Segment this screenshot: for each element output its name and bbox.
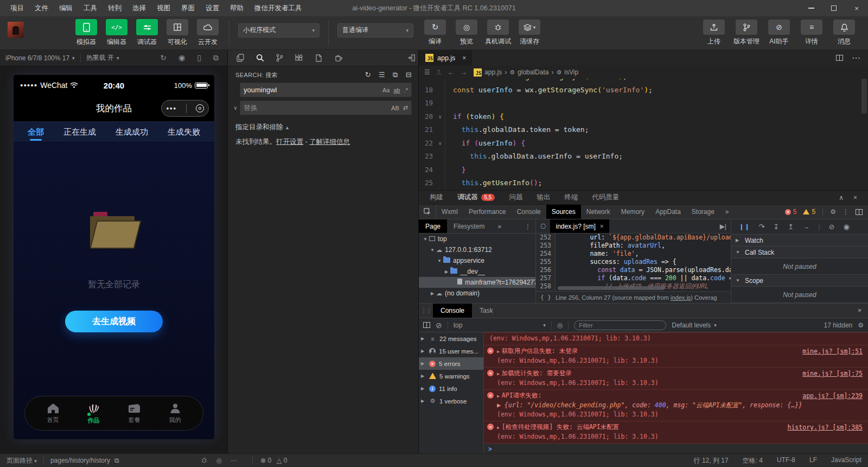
devtools-tab-appdata[interactable]: AppData (650, 205, 686, 219)
collapse-panel-icon[interactable] (407, 54, 415, 61)
snippet-icon[interactable] (309, 51, 328, 66)
devtools-tab-sources[interactable]: Sources (546, 205, 581, 219)
panel-tab-输出[interactable]: 输出 (537, 193, 550, 202)
menu-item[interactable]: 文件 (30, 2, 53, 15)
search-details-toggle[interactable]: 指定目录和排除 ▲ (228, 118, 418, 132)
preserve-case-icon[interactable]: AB (391, 105, 399, 111)
devtools-tab-console[interactable]: Console (512, 205, 546, 219)
hot-reload-toggle[interactable]: 热重载 开▾ (81, 53, 125, 62)
language-mode[interactable]: JavaScript (831, 456, 861, 465)
tree-item[interactable]: mainframe?t=17629427780 (419, 277, 535, 288)
extensions-icon[interactable] (290, 51, 308, 66)
clear-results-icon[interactable]: ☰ (379, 71, 385, 79)
console-tab-console[interactable]: Console (433, 304, 472, 318)
panel-tab-构建[interactable]: 构建 (430, 193, 443, 202)
tree-overflow-icon[interactable]: » (491, 219, 508, 233)
close-button[interactable]: × (845, 0, 868, 16)
nav-back-icon[interactable]: ← (448, 68, 454, 76)
devtools-tab-performance[interactable]: Performance (463, 205, 512, 219)
action-button-预览[interactable]: ◎预览 (452, 20, 481, 46)
statusbar-bug-icon[interactable] (201, 457, 208, 464)
devtools-menu-icon[interactable]: ⋮ (843, 208, 849, 216)
menu-item[interactable]: 编辑 (54, 2, 78, 15)
more-dots-icon[interactable]: ●●● (167, 106, 177, 111)
console-filter-15-user-mes...[interactable]: ▶15 user mes... (419, 345, 483, 357)
log-levels-select[interactable]: Default levels▾ (672, 321, 717, 329)
filter-tab-生成失败[interactable]: 生成失败 (167, 123, 201, 141)
pause-on-exceptions-icon[interactable]: ◉ (843, 223, 849, 231)
tree-item[interactable]: ▼appservice (419, 255, 535, 266)
eye-icon[interactable]: ◎ (557, 321, 563, 329)
filter-tab-全部[interactable]: 全部 (27, 123, 45, 141)
search-icon[interactable] (251, 51, 269, 66)
editor-scrollbar[interactable] (861, 79, 867, 113)
action-button-AI助手[interactable]: ⊘AI助手 (765, 20, 793, 46)
tree-item[interactable]: ▼top (419, 234, 535, 244)
files-icon[interactable] (231, 51, 250, 66)
editor-more-icon[interactable]: ⋯ (852, 53, 860, 63)
page-path-select[interactable]: 页面路径 ▾ (7, 456, 37, 465)
filter-tab-生成成功[interactable]: 生成成功 (114, 123, 149, 141)
tabbar-item-首页[interactable]: 首页 (40, 402, 66, 424)
console-filter-5-warnings[interactable]: ▶5 warnings (419, 370, 483, 382)
panel-close-icon[interactable]: × (853, 194, 857, 201)
tabs-overflow-icon[interactable]: » (720, 205, 735, 219)
console-filter-1-verbose[interactable]: ▶⚙1 verbose (419, 395, 483, 407)
source-location-link[interactable]: mine.js? [sm]:75 (802, 369, 863, 378)
tabbar-item-作品[interactable]: 作品 (81, 402, 107, 425)
eol[interactable]: LF (809, 456, 817, 465)
menu-item[interactable]: 微信开发者工具 (250, 2, 307, 15)
action-button-上传[interactable]: 上传 (700, 20, 728, 46)
step-icon[interactable]: → (802, 223, 809, 231)
clear-console-icon[interactable]: ⊘ (436, 321, 442, 330)
replace-input[interactable] (244, 104, 391, 112)
console-message[interactable]: ✕▶获取用户信息失败: 未登录mine.js? [sm]:51(env: Win… (484, 345, 868, 368)
menu-item[interactable]: 转到 (103, 2, 126, 15)
pretty-print-icon[interactable]: ▶| (720, 223, 731, 230)
statusbar-eye-icon[interactable]: ◎ (216, 457, 222, 464)
stop-icon[interactable]: ◉ (178, 53, 185, 62)
encoding[interactable]: UTF-8 (777, 456, 795, 465)
panel-tab-代码质量[interactable]: 代码质量 (592, 193, 619, 202)
panel-tab-终端[interactable]: 终端 (564, 193, 578, 202)
console-filter-5-errors[interactable]: ▶✕5 errors (419, 357, 483, 370)
console-message[interactable]: (env: Windows,mp,1.06.2310071; lib: 3.10… (484, 332, 868, 345)
maximize-button[interactable] (822, 0, 845, 16)
devtools-tab-network[interactable]: Network (581, 205, 616, 219)
open-in-editor-icon[interactable]: ⧉ (393, 71, 398, 79)
inspect-element-icon[interactable] (419, 205, 436, 219)
sources-file-tab[interactable]: index.js? [sm] × (550, 219, 609, 233)
panel-tab-调试器[interactable]: 调试器5,5 (457, 193, 495, 202)
minimize-button[interactable] (800, 0, 822, 16)
action-button-编译[interactable]: ↻编译 (421, 20, 449, 46)
open-settings-link[interactable]: 打开设置 (276, 138, 303, 146)
close-console-icon[interactable]: × (858, 304, 868, 318)
warning-count-badge[interactable]: 5 (803, 208, 815, 216)
device-frame-icon[interactable]: ▯ (197, 53, 201, 62)
tree-item[interactable]: ▶__dev__ (419, 266, 535, 277)
tree-tab-page[interactable]: Page (419, 219, 447, 233)
panel-collapse-icon[interactable]: ∧ (839, 194, 844, 201)
deactivate-breakpoints-icon[interactable]: ⊘ (829, 223, 835, 231)
devtools-settings-icon[interactable]: ⚙ (830, 208, 836, 216)
devtools-tab-memory[interactable]: Memory (616, 205, 650, 219)
console-filter-11-info[interactable]: ▶i11 info (419, 382, 483, 395)
panel-tab-问题[interactable]: 问题 (509, 193, 522, 202)
regex-icon[interactable]: .* (404, 87, 408, 93)
compile-select[interactable]: 普通编译▾ (337, 23, 413, 37)
problems-errors[interactable]: ⊗ 0 (260, 457, 271, 464)
debug-section-scope[interactable]: ▼Scope (731, 275, 868, 287)
mode-button-云开发[interactable]: 云开发 (195, 19, 220, 47)
tree-menu-icon[interactable]: ⋮ (525, 223, 531, 230)
console-sidebar-icon[interactable] (423, 322, 430, 328)
restart-icon[interactable]: ↻ (160, 53, 167, 62)
mode-button-模拟器[interactable]: 模拟器 (74, 19, 99, 47)
menu-item[interactable]: 界面 (176, 2, 200, 15)
action-button-消息[interactable]: 消息 (830, 20, 858, 46)
filter-tab-正在生成[interactable]: 正在生成 (62, 123, 97, 141)
drag-handle-icon[interactable]: ⋮⋮ (419, 304, 433, 318)
menu-item[interactable]: 视图 (152, 2, 175, 15)
console-prompt[interactable]: > (484, 444, 868, 453)
menu-item[interactable]: 工具 (79, 2, 102, 15)
console-message[interactable]: ✕▶[检查待处理视频] 失败: 云端API未配置history.js? [sm]… (484, 421, 868, 444)
